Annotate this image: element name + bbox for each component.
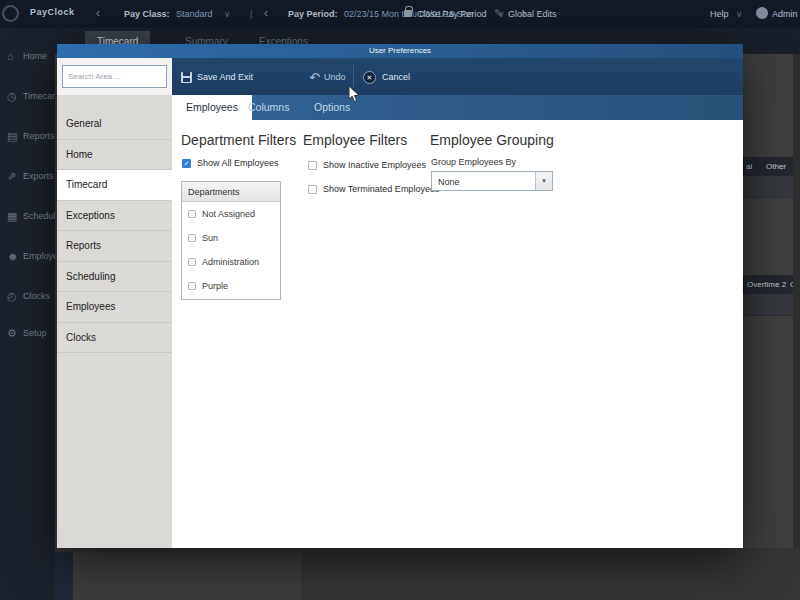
employees-icon: ☻ [7, 250, 23, 262]
exports-icon: ⇗ [7, 170, 23, 183]
bg-col-label: al [746, 162, 752, 171]
dialog-nav-list: General Home Timecard Exceptions Reports… [57, 109, 172, 353]
pay-class-label: Pay Class: [124, 9, 170, 19]
checkbox-icon[interactable] [188, 210, 196, 218]
sidebar-label: Home [23, 51, 47, 61]
home-icon: ⌂ [7, 50, 23, 62]
app-window: PayClock ‹ Pay Class: Standard ∨ | ‹ Pay… [0, 0, 800, 600]
group-employees-by-select[interactable]: None ▾ [431, 171, 553, 191]
group-employees-by-label: Group Employees By [431, 157, 516, 167]
checkbox-checked-icon[interactable]: ✓ [182, 159, 191, 168]
user-avatar-icon[interactable] [756, 7, 768, 19]
department-option-administration[interactable]: Administration [182, 250, 280, 274]
nav-item-reports[interactable]: Reports [57, 231, 172, 262]
dialog-title: User Preferences [57, 44, 743, 58]
bg-scroll-gutter [793, 54, 800, 600]
tab-columns[interactable]: Columns [234, 95, 303, 120]
checkbox-label: Purple [202, 281, 228, 291]
bg-col-label: Other [766, 162, 786, 171]
department-option-not-assigned[interactable]: Not Assigned [182, 202, 280, 226]
help-caret-icon[interactable]: ∨ [736, 9, 743, 19]
select-value: None [438, 177, 460, 187]
sidebar-label: Clocks [23, 291, 50, 301]
nav-item-home[interactable]: Home [57, 140, 172, 171]
sidebar-item-timecard[interactable]: ◷ Timecard [0, 76, 55, 116]
sidebar-label: Employees [23, 251, 55, 261]
undo-label: Undo [324, 72, 346, 82]
employee-grouping-heading: Employee Grouping [430, 132, 554, 148]
checkbox-icon[interactable] [188, 258, 196, 266]
checkbox-label: Administration [202, 257, 259, 267]
show-inactive-employees-checkbox[interactable]: Show Inactive Employees [308, 160, 426, 170]
department-option-sun[interactable]: Sun [182, 226, 280, 250]
bg-bottom-area [55, 548, 800, 600]
nav-item-timecard[interactable]: Timecard [57, 170, 172, 201]
collapse-chevron-icon[interactable]: ‹ [96, 6, 100, 20]
sidebar-item-reports[interactable]: ▤ Reports [0, 116, 55, 156]
toolbar-divider [353, 65, 354, 87]
bg-table-cell [743, 176, 793, 198]
checkbox-icon[interactable] [308, 161, 317, 170]
checkbox-icon[interactable] [188, 282, 196, 290]
bg-col-label: Overtime 2 [747, 280, 786, 289]
nav-item-scheduling[interactable]: Scheduling [57, 262, 172, 293]
pay-period-label: Pay Period: [288, 9, 338, 19]
prev-period-chevron-icon[interactable]: ‹ [264, 6, 268, 20]
nav-item-clocks[interactable]: Clocks [57, 323, 172, 354]
sidebar-label: Scheduling [23, 211, 55, 221]
departments-header: Departments [182, 182, 280, 202]
help-button[interactable]: Help [710, 9, 729, 19]
close-pay-period-button[interactable]: Close Pay Period [417, 9, 487, 19]
undo-icon: ↶ [309, 72, 320, 83]
department-option-purple[interactable]: Purple [182, 274, 280, 298]
checkbox-label: Not Assigned [202, 209, 255, 219]
cancel-button[interactable]: ✕ Cancel [363, 67, 410, 87]
sidebar-label: Exports [23, 171, 54, 181]
admin-user-button[interactable]: Admin [772, 9, 798, 19]
checkbox-label: Show Terminated Employees [323, 184, 439, 194]
bg-table-cell [743, 294, 793, 316]
sidebar-label: Timecard [23, 91, 55, 101]
sidebar-item-home[interactable]: ⌂ Home [0, 36, 55, 76]
bg-bottom-block [55, 552, 73, 600]
undo-button[interactable]: ↶ Undo [309, 67, 345, 87]
timecard-icon: ◷ [7, 90, 23, 103]
bg-table-header-1: al Other [743, 157, 793, 176]
save-icon [181, 72, 192, 83]
sidebar-label: Setup [23, 328, 47, 338]
dialog-content: Department Filters ✓ Show All Employees … [172, 120, 743, 548]
global-edits-button[interactable]: Global Edits [508, 9, 557, 19]
show-all-employees-checkbox[interactable]: ✓ Show All Employees [182, 158, 279, 168]
user-preferences-dialog: User Preferences General Home Timecard E… [57, 44, 743, 548]
checkbox-label: Sun [202, 233, 218, 243]
checkbox-icon[interactable] [188, 234, 196, 242]
checkbox-label: Show All Employees [197, 158, 279, 168]
select-caret-icon[interactable]: ▾ [535, 172, 552, 190]
dialog-nav-panel: General Home Timecard Exceptions Reports… [57, 58, 172, 548]
checkbox-icon[interactable] [308, 185, 317, 194]
mouse-cursor [348, 86, 360, 103]
save-label: Save And Exit [197, 72, 253, 82]
sidebar-item-scheduling[interactable]: ▦ Scheduling [0, 196, 55, 236]
pay-class-value[interactable]: Standard [176, 9, 213, 19]
payclock-logo-icon [2, 5, 19, 22]
top-app-bar: PayClock ‹ Pay Class: Standard ∨ | ‹ Pay… [0, 0, 800, 28]
nav-item-employees[interactable]: Employees [57, 292, 172, 323]
search-area-input[interactable] [62, 65, 167, 88]
nav-item-general[interactable]: General [57, 109, 172, 140]
scheduling-icon: ▦ [7, 210, 23, 223]
cancel-icon: ✕ [363, 71, 376, 84]
show-terminated-employees-checkbox[interactable]: Show Terminated Employees [308, 184, 439, 194]
nav-item-exceptions[interactable]: Exceptions [57, 201, 172, 232]
save-and-exit-button[interactable]: Save And Exit [181, 67, 253, 87]
cancel-label: Cancel [382, 72, 410, 82]
sidebar-item-exports[interactable]: ⇗ Exports [0, 156, 55, 196]
sidebar-item-setup[interactable]: ⚙ Setup [0, 316, 55, 350]
employee-filters-heading: Employee Filters [303, 132, 407, 148]
sidebar-item-employees[interactable]: ☻ Employees [0, 236, 55, 276]
setup-icon: ⚙ [7, 327, 23, 340]
pay-class-caret-icon[interactable]: ∨ [224, 9, 231, 19]
clocks-icon: ◴ [7, 290, 23, 303]
sidebar-item-clocks[interactable]: ◴ Clocks [0, 276, 55, 316]
lock-icon [404, 10, 412, 17]
